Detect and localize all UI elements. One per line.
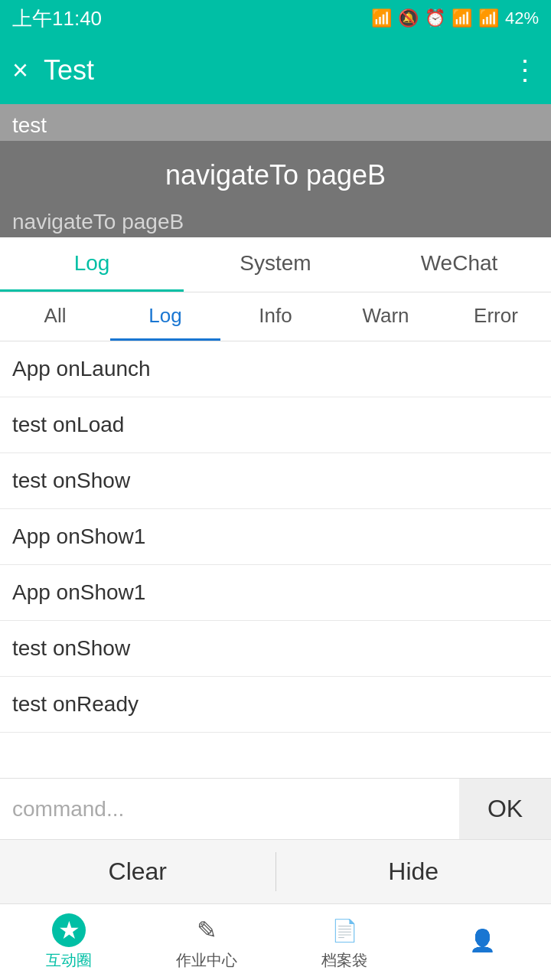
ok-button[interactable]: OK bbox=[459, 779, 551, 840]
clear-button[interactable]: Clear bbox=[0, 840, 276, 903]
nav-item-homework[interactable]: ✎ 作业中心 bbox=[138, 904, 276, 980]
subtab-error[interactable]: Error bbox=[441, 292, 551, 341]
log-item: test onShow bbox=[0, 621, 551, 677]
status-bar: 上午11:40 📶 🔕 ⏰ 📶 📶 42% bbox=[0, 0, 551, 37]
log-list: App onLaunch test onLoad test onShow App… bbox=[0, 341, 551, 778]
subtab-info[interactable]: Info bbox=[220, 292, 331, 341]
toolbar: × Test ⋮ bbox=[0, 37, 551, 104]
nav-item-social[interactable]: ★ 互动圈 bbox=[0, 904, 138, 980]
log-item: App onShow1 bbox=[0, 509, 551, 565]
status-icons: 📶 🔕 ⏰ 📶 📶 42% bbox=[371, 8, 539, 28]
tab-log[interactable]: Log bbox=[0, 237, 184, 292]
log-item: App onShow1 bbox=[0, 565, 551, 621]
nav-label-portfolio: 档案袋 bbox=[321, 950, 367, 971]
battery-text: 42% bbox=[505, 8, 539, 28]
status-time: 上午11:40 bbox=[12, 5, 102, 32]
command-input[interactable] bbox=[0, 797, 459, 822]
log-item: test onReady bbox=[0, 677, 551, 733]
preview-content: navigateTo pageB bbox=[0, 141, 551, 210]
nav-item-profile[interactable]: 👤 bbox=[413, 904, 551, 980]
log-scroll-area: App onLaunch test onLoad test onShow App… bbox=[0, 341, 551, 778]
more-menu-button[interactable]: ⋮ bbox=[511, 54, 539, 87]
hide-button[interactable]: Hide bbox=[276, 840, 552, 903]
alarm-icon: ⏰ bbox=[425, 8, 445, 28]
tab-system[interactable]: System bbox=[184, 237, 367, 292]
tab-wechat[interactable]: WeChat bbox=[367, 237, 551, 292]
action-bar: Clear Hide bbox=[0, 839, 551, 903]
log-item: test onShow bbox=[0, 453, 551, 509]
preview-sub: navigateTo pageB bbox=[0, 210, 551, 237]
edit-icon: ✎ bbox=[190, 913, 223, 947]
preview-main-text: navigateTo pageB bbox=[165, 159, 386, 191]
nav-item-portfolio[interactable]: 📄 档案袋 bbox=[276, 904, 413, 980]
mute-icon: 🔕 bbox=[398, 8, 419, 28]
wifi-icon: 📶 bbox=[452, 8, 472, 28]
nav-label-homework: 作业中心 bbox=[176, 950, 237, 971]
sub-tab-bar: All Log Info Warn Error bbox=[0, 292, 551, 341]
signal-icon: 📶 bbox=[478, 8, 499, 28]
nav-label-social: 互动圈 bbox=[46, 950, 92, 971]
command-bar: OK bbox=[0, 778, 551, 839]
star-icon: ★ bbox=[52, 913, 86, 947]
subtab-all[interactable]: All bbox=[0, 292, 110, 341]
subtab-warn[interactable]: Warn bbox=[331, 292, 441, 341]
close-button[interactable]: × bbox=[12, 54, 28, 87]
subtab-log[interactable]: Log bbox=[110, 292, 220, 341]
bluetooth-icon: 📶 bbox=[371, 8, 392, 28]
bottom-nav: ★ 互动圈 ✎ 作业中心 📄 档案袋 👤 bbox=[0, 903, 551, 980]
log-item: App onLaunch bbox=[0, 341, 551, 397]
preview-label: test bbox=[0, 110, 551, 141]
person-icon: 👤 bbox=[465, 924, 499, 958]
document-icon: 📄 bbox=[328, 913, 361, 947]
log-item: test onLoad bbox=[0, 397, 551, 453]
page-title: Test bbox=[44, 54, 496, 87]
main-tab-bar: Log System WeChat bbox=[0, 237, 551, 292]
preview-sub-text: navigateTo pageB bbox=[0, 210, 196, 237]
log-empty-area bbox=[0, 733, 551, 778]
preview-panel: test navigateTo pageB navigateTo pageB bbox=[0, 104, 551, 237]
